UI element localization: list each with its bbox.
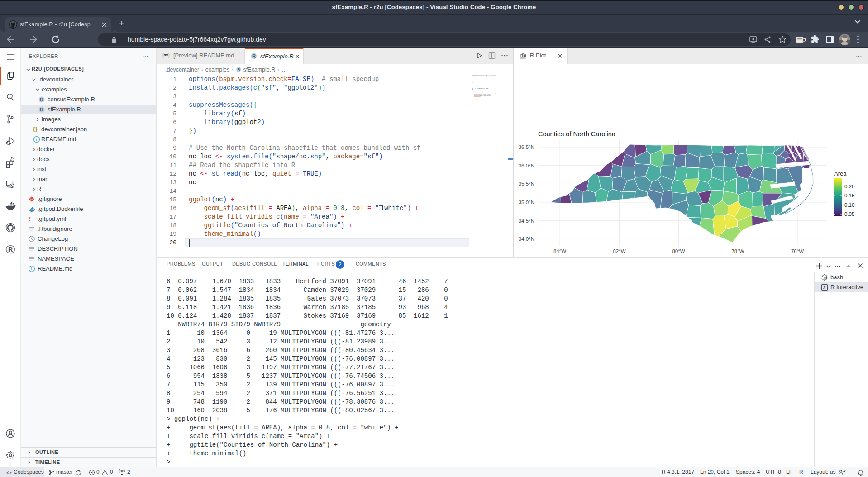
svg-text:34.0°N: 34.0°N (519, 236, 534, 242)
svg-text:80°W: 80°W (672, 248, 685, 254)
svg-text:0.10: 0.10 (844, 202, 854, 208)
svg-text:Counties of North Carolina: Counties of North Carolina (538, 130, 616, 138)
svg-text:76°W: 76°W (791, 248, 804, 254)
svg-text:34.5°N: 34.5°N (519, 218, 534, 224)
svg-text:$_: $_ (825, 277, 828, 280)
svg-text:84°W: 84°W (553, 248, 566, 254)
svg-text:R: R (8, 246, 13, 253)
svg-text:78°W: 78°W (731, 248, 744, 254)
svg-text:35.0°N: 35.0°N (519, 200, 534, 205)
svg-text:36.0°N: 36.0°N (519, 163, 534, 168)
svg-text:0.15: 0.15 (844, 193, 854, 198)
svg-text:Area: Area (834, 170, 847, 177)
svg-text:35.5°N: 35.5°N (519, 181, 534, 186)
svg-text:R: R (252, 53, 256, 59)
svg-text:R: R (40, 97, 43, 102)
svg-text:82°W: 82°W (613, 248, 625, 254)
svg-text:0.20: 0.20 (844, 184, 854, 189)
svg-text:R: R (40, 107, 43, 112)
svg-text:0.05: 0.05 (844, 211, 854, 217)
svg-text:R: R (237, 67, 240, 72)
svg-text:36.5°N: 36.5°N (519, 144, 534, 150)
